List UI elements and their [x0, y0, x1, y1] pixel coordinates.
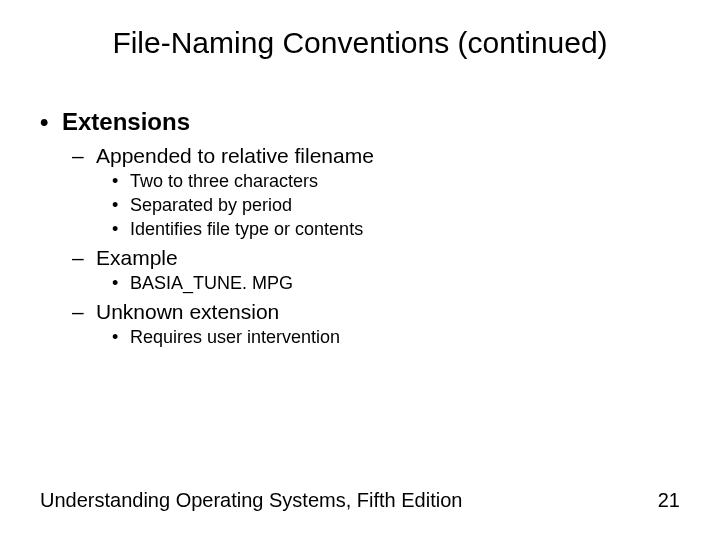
bullet-text: Unknown extension — [96, 300, 279, 323]
bullet-example: Example — [72, 246, 680, 270]
bullet-identifies: Identifies file type or contents — [112, 219, 680, 240]
bullet-text: Example — [96, 246, 178, 269]
bullet-text: Separated by period — [130, 195, 292, 215]
bullet-period: Separated by period — [112, 195, 680, 216]
bullet-text: Two to three characters — [130, 171, 318, 191]
bullet-appended: Appended to relative filename — [72, 144, 680, 168]
slide-title: File-Naming Conventions (continued) — [0, 26, 720, 60]
bullet-basia: BASIA_TUNE. MPG — [112, 273, 680, 294]
bullet-text: BASIA_TUNE. MPG — [130, 273, 293, 293]
bullet-text: Requires user intervention — [130, 327, 340, 347]
bullet-requires: Requires user intervention — [112, 327, 680, 348]
page-number: 21 — [658, 489, 680, 512]
bullet-extensions: Extensions — [40, 108, 680, 136]
slide: File-Naming Conventions (continued) Exte… — [0, 0, 720, 540]
bullet-unknown: Unknown extension — [72, 300, 680, 324]
footer-source: Understanding Operating Systems, Fifth E… — [40, 489, 462, 512]
bullet-text: Extensions — [62, 108, 190, 135]
bullet-chars: Two to three characters — [112, 171, 680, 192]
bullet-text: Identifies file type or contents — [130, 219, 363, 239]
bullet-text: Appended to relative filename — [96, 144, 374, 167]
slide-body: Extensions Appended to relative filename… — [40, 108, 680, 351]
